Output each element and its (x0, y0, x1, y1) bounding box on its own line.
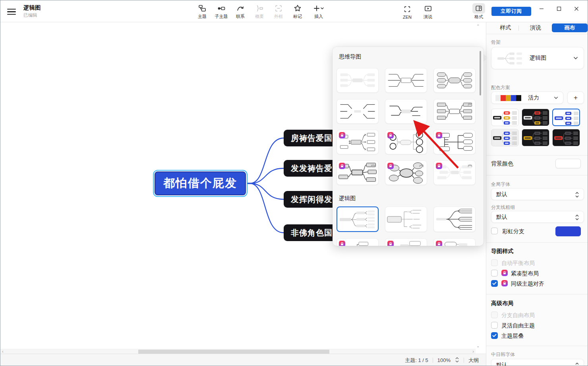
structure-option-map-hex[interactable] (433, 130, 476, 154)
structure-option-map-faded[interactable] (337, 68, 379, 93)
document-edit-status: 已编辑 (23, 12, 41, 18)
structure-option-logic-tree[interactable] (337, 206, 379, 232)
tool-label: 子主题 (215, 14, 228, 19)
branch-width-select[interactable]: 默认 (491, 211, 584, 223)
color-scheme-label: 配色方案 (491, 84, 510, 91)
structure-option-logic-cut2[interactable] (385, 238, 427, 246)
tool-label: 外框 (274, 14, 283, 19)
rainbow-branch-color[interactable] (555, 226, 581, 236)
tab-style[interactable]: 样式 (493, 23, 517, 32)
skeleton-dropdown[interactable]: 逻辑图 (491, 47, 584, 69)
close-button[interactable] (568, 1, 585, 16)
color-scheme-dropdown[interactable]: 活力 (491, 92, 563, 104)
cjk-font-label: 中日韩字体 (491, 351, 515, 358)
maximize-button[interactable] (550, 1, 568, 16)
tab-present[interactable]: 演说 (524, 23, 547, 32)
branch-width-label: 分支线粗细 (491, 204, 515, 211)
horizontal-scrollbar[interactable]: ‹ › (0, 349, 476, 354)
cjk-font-select[interactable]: 默认 (491, 359, 584, 366)
map-style-checkbox[interactable] (491, 280, 498, 287)
scheme-swatches (495, 95, 521, 101)
horizontal-scrollbar-thumb[interactable] (138, 350, 329, 354)
cjk-font-value: 默认 (496, 362, 507, 366)
advanced-layout-checkbox[interactable] (491, 322, 498, 329)
status-bar: 主题: 1 / 5 100% 大纲 (0, 354, 486, 366)
structure-option-map-faded2[interactable] (433, 160, 476, 185)
menu-icon[interactable] (7, 7, 17, 15)
skeleton-label: 骨架 (491, 39, 501, 46)
structure-option-logic-cut3[interactable] (433, 238, 476, 246)
lock-badge-icon (501, 280, 508, 286)
marker-icon (293, 4, 302, 13)
structure-option-map-pills[interactable] (433, 68, 476, 93)
skeleton-value: 逻辑图 (530, 55, 546, 62)
lock-badge-icon (436, 241, 442, 246)
scheme-color-swatch (516, 95, 521, 101)
structure-option-logic-cut1[interactable] (337, 238, 379, 246)
tool-subtopic[interactable]: 子主题 (212, 2, 231, 21)
structure-option-map-boxes[interactable] (433, 99, 476, 124)
tab-canvas[interactable]: 画布 (552, 23, 588, 32)
advanced-layout-header: 高级布局 (491, 300, 513, 307)
advanced-layout-checkbox[interactable] (491, 332, 498, 339)
scheme-color-swatch (511, 95, 516, 101)
theme-thumbnail[interactable] (552, 129, 580, 146)
map-style-checkbox[interactable] (491, 270, 498, 276)
subscribe-button[interactable]: 立即订阅 (491, 7, 531, 16)
map-style-checkbox (491, 259, 498, 266)
topic-count: 主题: 1 / 5 (405, 357, 428, 364)
zoom-stepper-icon[interactable] (455, 357, 459, 364)
structure-option-logic-box[interactable] (385, 206, 427, 232)
outline-button[interactable]: 大纲 (468, 357, 479, 364)
scroll-right-icon[interactable]: › (472, 349, 474, 354)
structure-option-map-circles[interactable] (385, 130, 427, 154)
format-label: 格式 (474, 14, 483, 20)
format-panel-button[interactable]: 格式 (468, 2, 489, 21)
crown-icon (467, 101, 473, 108)
structure-option-map-centerbar[interactable] (385, 99, 427, 124)
zen-mode-button[interactable]: ZEN (397, 2, 418, 21)
scroll-up-icon[interactable]: ⌃ (476, 24, 480, 28)
structure-option-map-sketch[interactable] (337, 160, 379, 185)
theme-thumbnail[interactable] (491, 109, 519, 126)
sidebar-tabs: 样式 演说 画布 (486, 23, 588, 34)
tool-topic[interactable]: 主题 (193, 2, 212, 21)
structure-option-map-outline[interactable] (385, 68, 427, 93)
global-font-select[interactable]: 默认 (491, 188, 584, 200)
add-scheme-button[interactable]: + (567, 92, 584, 104)
scroll-down-icon[interactable]: ⌄ (476, 344, 480, 348)
present-label: 演说 (424, 14, 432, 20)
tool-insert[interactable]: 插入 (307, 2, 330, 21)
tool-label: 概要 (255, 14, 264, 19)
central-topic[interactable]: 都怕借个屁发 (155, 171, 246, 195)
theme-thumbnail[interactable] (491, 129, 519, 146)
tool-label: 联系 (236, 14, 245, 19)
structure-option-map-arrows[interactable] (337, 130, 379, 154)
scroll-left-icon[interactable]: ‹ (2, 349, 4, 354)
zoom-level[interactable]: 100% (437, 357, 451, 363)
advanced-layout-option-label: 灵活自由主题 (501, 322, 535, 329)
background-color-label: 背景颜色 (491, 160, 513, 167)
tool-label: 主题 (198, 14, 207, 19)
rainbow-branch-checkbox[interactable] (491, 228, 498, 234)
structure-option-map-angular[interactable] (337, 99, 379, 124)
theme-thumbnail[interactable] (552, 109, 580, 126)
lock-badge-icon (339, 241, 345, 246)
tool-label: 插入 (314, 14, 323, 19)
toolbar-right: ZEN 演说 (397, 2, 438, 21)
theme-thumbnail[interactable] (522, 129, 549, 146)
document-title-block: 逻辑图 已编辑 (23, 4, 41, 18)
structure-option-logic-fan[interactable] (433, 206, 476, 232)
tool-marker[interactable]: 标记 (288, 2, 307, 21)
tool-relation[interactable]: 联系 (231, 2, 250, 21)
popup-scrollbar-thumb[interactable] (480, 51, 481, 95)
lock-badge-icon (436, 132, 442, 138)
background-color-swatch[interactable] (555, 159, 581, 168)
theme-thumbnail[interactable] (522, 109, 549, 126)
structure-option-map-bubbles[interactable] (385, 160, 427, 185)
minimize-button[interactable] (533, 1, 550, 16)
chevron-down-icon (573, 56, 578, 60)
updown-icon (575, 214, 579, 220)
present-button[interactable]: 演说 (418, 2, 438, 21)
lock-badge-icon (339, 163, 345, 169)
